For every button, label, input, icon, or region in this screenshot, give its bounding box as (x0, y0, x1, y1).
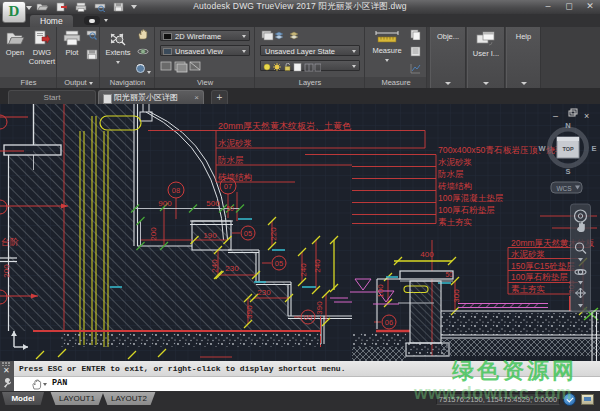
visual-style-combo[interactable]: 2D Wireframe (160, 30, 250, 41)
svg-text:防水层: 防水层 (218, 155, 244, 165)
svg-text:防水层: 防水层 (438, 169, 464, 179)
panel-expand-icon (483, 82, 489, 85)
command-close-icon[interactable]: ✕ (3, 367, 10, 375)
tab-model[interactable]: Model (2, 392, 44, 405)
panel-label-layers[interactable]: Layers (255, 77, 365, 88)
maximize-button[interactable]: ◻ (563, 1, 575, 12)
measure-icon (374, 30, 400, 44)
batch-plot-button[interactable] (85, 49, 98, 62)
qat-dropdown-icon[interactable] (131, 5, 137, 9)
command-wrench-icon[interactable] (2, 378, 13, 388)
application-menu-caret-icon (26, 6, 32, 10)
panel-label-output[interactable]: Output (57, 77, 100, 88)
open-icon (5, 30, 25, 46)
drawing-file-icon (103, 94, 112, 104)
viewcube-south[interactable]: S (565, 167, 570, 176)
cad-drawing: 20mm厚天然黄木纹板岩、土黄色水泥砂浆防水层砖墙结构 700x400x50青石… (0, 104, 600, 361)
publish-icon[interactable] (113, 2, 124, 12)
doc-minimize-icon[interactable]: – (553, 111, 558, 121)
measure-button[interactable]: Measure (368, 30, 406, 64)
plot-icon (62, 30, 82, 46)
navigation-bar[interactable] (571, 204, 591, 312)
zoom-extents-icon (107, 30, 129, 46)
open-button[interactable]: Open (2, 30, 28, 57)
tab-close-icon[interactable]: × (194, 91, 199, 105)
viewport-tools[interactable] (160, 60, 220, 75)
preview-button[interactable] (85, 29, 98, 42)
combo-caret-icon (242, 35, 246, 38)
tab-home[interactable]: Home (30, 15, 73, 27)
panel-measure: Measure Measure (365, 27, 427, 88)
named-view-combo[interactable]: Unsaved View (160, 45, 250, 56)
doc-close-icon[interactable]: × (584, 111, 589, 121)
layer-combo[interactable] (260, 60, 360, 71)
close-button[interactable]: ✕ (584, 1, 596, 12)
svg-text:400: 400 (420, 250, 434, 259)
panel-label-files[interactable]: Files (0, 77, 57, 88)
panel-files: Open DWG Convert Files (0, 27, 57, 88)
pan-button[interactable] (136, 29, 150, 42)
svg-text:50: 50 (445, 271, 453, 278)
step-text: 台阶 (1, 237, 19, 247)
tab-layout2[interactable]: LAYOUT2 (99, 392, 159, 405)
tab-start[interactable]: Start (8, 90, 96, 104)
drawing-canvas[interactable]: 20mm厚天然黄木纹板岩、土黄色水泥砂浆防水层砖墙结构 700x400x50青石… (0, 104, 600, 361)
id-point-button[interactable] (408, 63, 422, 76)
viewcube-east[interactable]: E (591, 144, 596, 153)
tab-drawing[interactable]: 阳光丽景小区详图 × (98, 90, 204, 104)
svg-text:390: 390 (245, 305, 254, 319)
user-interface-icon (476, 31, 496, 47)
plot-status-icon[interactable] (581, 394, 594, 405)
application-menu-button[interactable]: D (2, 1, 26, 23)
ribbon-options-caret-icon[interactable] (104, 19, 108, 22)
free-orbit-icon (135, 63, 147, 74)
panel-help[interactable]: Help (506, 27, 541, 88)
panel-label-navigation[interactable]: Navigation (100, 77, 155, 88)
panel-user-interface[interactable]: User I... (467, 27, 505, 88)
tab-layout1[interactable]: LAYOUT1 (47, 392, 107, 405)
list-button[interactable] (408, 46, 422, 59)
combo-caret-icon (352, 65, 356, 68)
dwg-convert-icon[interactable] (56, 2, 68, 12)
layer-tools-icons (261, 29, 307, 42)
open-icon[interactable] (36, 2, 49, 12)
orbit-icon (137, 46, 149, 57)
pan-options-caret-icon[interactable] (43, 383, 47, 386)
plot-preview-icon[interactable] (94, 2, 106, 12)
viewcube-top-face[interactable]: TOP (562, 146, 574, 152)
panel-label-measure[interactable]: Measure (365, 77, 427, 88)
plot-icon[interactable] (75, 2, 87, 12)
zoom-extents-button[interactable]: Extents (103, 30, 133, 66)
svg-text:230: 230 (257, 288, 271, 297)
svg-text:190: 190 (203, 231, 217, 240)
dwg-trueview-window: Autodesk DWG TrueView 2017 阳光丽景小区详图.dwg … (0, 0, 600, 411)
wcs-dropdown[interactable]: WCS (551, 182, 582, 193)
measure-dropdown-icon (385, 59, 389, 62)
svg-text:900: 900 (158, 199, 172, 208)
ribbon-options-button[interactable] (84, 16, 100, 25)
svg-text:素土夯实: 素土夯实 (438, 217, 472, 227)
panel-expand-icon (445, 82, 451, 85)
layer-state-combo[interactable]: Unsaved Layer State (260, 45, 360, 56)
panel-expand-icon (521, 82, 527, 85)
panel-objects[interactable]: Obje... (430, 27, 466, 88)
quick-properties-button[interactable] (408, 29, 422, 42)
layer-tools[interactable] (261, 29, 313, 44)
dwg-convert-button[interactable]: DWG Convert (28, 30, 56, 66)
viewcube-west[interactable]: W (538, 144, 546, 153)
chart-icon (410, 63, 421, 74)
panel-label-view[interactable]: View (155, 77, 255, 88)
dwg-convert-icon (33, 30, 51, 46)
orbit-button[interactable] (136, 46, 150, 59)
minimize-button[interactable]: – (542, 1, 554, 12)
new-tab-button[interactable]: + (211, 90, 228, 104)
svg-text:05: 05 (244, 229, 252, 238)
viewcube-north[interactable]: N (565, 121, 570, 130)
plot-button[interactable]: Plot (60, 30, 84, 57)
svg-text:05: 05 (304, 313, 312, 322)
svg-text:砖墙结构: 砖墙结构 (437, 181, 472, 191)
svg-text:150厚C15砼垫层: 150厚C15砼垫层 (511, 261, 575, 271)
copy-icon (410, 29, 421, 40)
free-orbit-button[interactable] (134, 63, 152, 76)
command-rail: ✕ (0, 361, 14, 391)
